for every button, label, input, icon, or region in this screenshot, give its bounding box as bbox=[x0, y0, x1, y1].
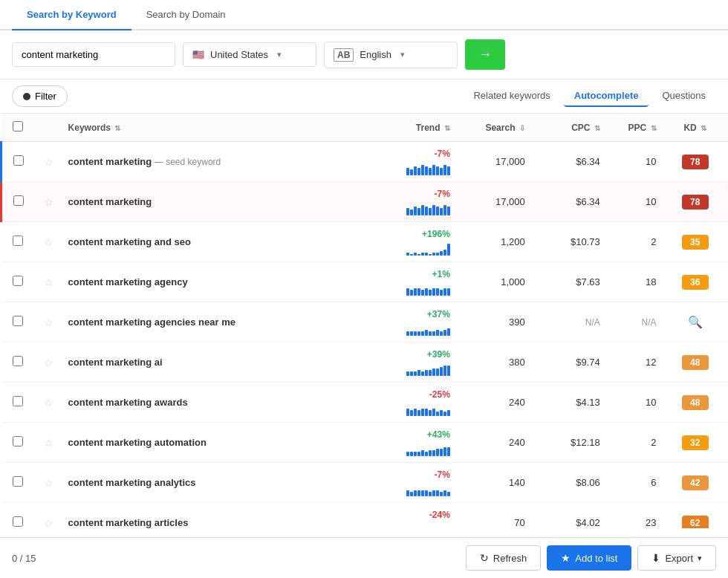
star-icon[interactable]: ☆ bbox=[44, 156, 53, 168]
mini-bar bbox=[417, 288, 420, 296]
search-volume-cell: 240 bbox=[456, 423, 531, 463]
country-selector[interactable]: 🇺🇸 United States ▾ bbox=[183, 42, 316, 67]
header-keywords[interactable]: Keywords ⇅ bbox=[62, 114, 344, 142]
mini-bar bbox=[410, 254, 413, 256]
table-row: ☆content marketing articles-24%70$4.0223… bbox=[1, 503, 729, 529]
search-volume-cell: 1,200 bbox=[456, 222, 531, 262]
tab-search-by-keyword[interactable]: Search by Keyword bbox=[12, 0, 131, 30]
keyword-type-tabs: Related keywords Autocomplete Questions bbox=[463, 85, 716, 107]
mini-bar bbox=[443, 447, 446, 456]
header-trend[interactable]: Trend ⇅ bbox=[343, 114, 456, 142]
keyword-text: content marketing articles bbox=[68, 517, 189, 528]
star-add-icon: ★ bbox=[561, 552, 571, 564]
mini-bar bbox=[417, 370, 420, 376]
trend-value: +43% bbox=[427, 429, 450, 440]
row-checkbox[interactable] bbox=[13, 436, 23, 447]
row-checkbox[interactable] bbox=[13, 236, 23, 246]
tab-search-by-domain[interactable]: Search by Domain bbox=[131, 0, 241, 30]
mini-bar bbox=[406, 371, 409, 376]
refresh-button[interactable]: ↻ Refresh bbox=[466, 545, 542, 571]
keyword-cell: content marketing automation bbox=[62, 423, 344, 463]
keyword-input[interactable] bbox=[12, 42, 175, 67]
header-ppc[interactable]: PPC ⇅ bbox=[606, 114, 663, 142]
mini-chart bbox=[349, 361, 450, 376]
cpc-cell: $6.34 bbox=[531, 142, 606, 182]
header-kd[interactable]: KD ⇅ bbox=[663, 114, 728, 142]
mini-bar bbox=[417, 490, 420, 496]
star-icon[interactable]: ☆ bbox=[44, 517, 53, 529]
mini-bar bbox=[432, 490, 435, 496]
row-checkbox[interactable] bbox=[13, 356, 23, 366]
mini-bar bbox=[443, 165, 446, 175]
star-icon[interactable]: ☆ bbox=[44, 276, 53, 288]
keyword-cell: content marketing and seo bbox=[62, 222, 344, 262]
ppc-value: 10 bbox=[646, 196, 656, 207]
mini-bar bbox=[432, 288, 435, 296]
kd-cell: 32 bbox=[663, 423, 728, 463]
header-cpc[interactable]: CPC ⇅ bbox=[531, 114, 606, 142]
trend-cell: -7% bbox=[343, 142, 456, 182]
export-button[interactable]: ⬇ Export ▾ bbox=[637, 545, 716, 571]
mini-bar bbox=[425, 370, 428, 376]
star-icon[interactable]: ☆ bbox=[44, 316, 53, 328]
star-icon[interactable]: ☆ bbox=[44, 196, 53, 208]
tab-related-keywords[interactable]: Related keywords bbox=[463, 85, 560, 107]
mini-bar bbox=[429, 492, 432, 496]
add-list-label: Add to list bbox=[575, 553, 617, 564]
star-icon[interactable]: ☆ bbox=[44, 236, 53, 248]
mini-bar bbox=[410, 371, 413, 376]
mini-bar bbox=[406, 288, 409, 296]
arrow-right-icon: → bbox=[478, 47, 492, 62]
tab-autocomplete[interactable]: Autocomplete bbox=[564, 85, 649, 107]
row-checkbox[interactable] bbox=[13, 396, 23, 406]
row-checkbox[interactable] bbox=[13, 316, 23, 326]
mini-bar bbox=[417, 168, 420, 175]
bottom-action-buttons: ↻ Refresh ★ Add to list ⬇ Export ▾ bbox=[466, 545, 716, 571]
ppc-cell: 10 bbox=[606, 142, 663, 182]
star-icon[interactable]: ☆ bbox=[44, 437, 53, 449]
cpc-cell: $4.13 bbox=[531, 383, 606, 423]
select-all-checkbox[interactable] bbox=[13, 121, 23, 131]
language-selector[interactable]: AB English ▾ bbox=[324, 42, 458, 68]
add-to-list-button[interactable]: ★ Add to list bbox=[547, 545, 631, 571]
mini-bar bbox=[406, 253, 409, 256]
search-volume-cell: 380 bbox=[456, 342, 531, 383]
mini-bar bbox=[436, 330, 439, 336]
filter-button[interactable]: Filter bbox=[12, 85, 68, 107]
mini-bar bbox=[432, 368, 435, 376]
tab-questions[interactable]: Questions bbox=[651, 85, 716, 107]
mini-bar bbox=[410, 169, 413, 175]
search-button[interactable]: → bbox=[465, 39, 505, 70]
keyword-text: content marketing analytics bbox=[68, 477, 196, 488]
mini-chart bbox=[349, 522, 450, 528]
header-kd-label: KD bbox=[683, 123, 696, 133]
sort-search-icon: ⇩ bbox=[519, 124, 525, 132]
mini-chart bbox=[349, 281, 450, 296]
country-label: United States bbox=[210, 49, 268, 60]
row-checkbox[interactable] bbox=[13, 276, 23, 286]
mini-bar bbox=[443, 366, 446, 376]
cpc-na: N/A bbox=[585, 317, 600, 328]
table-row: ☆content marketing — seed keyword-7%17,0… bbox=[1, 142, 729, 182]
star-icon[interactable]: ☆ bbox=[44, 397, 53, 409]
star-icon[interactable]: ☆ bbox=[44, 477, 53, 489]
sort-kd-icon: ⇅ bbox=[701, 124, 706, 132]
kd-badge: 36 bbox=[682, 275, 709, 290]
search-volume: 240 bbox=[509, 437, 525, 448]
mini-bar bbox=[421, 490, 424, 496]
mini-bar bbox=[417, 452, 420, 456]
header-search[interactable]: Search ⇩ bbox=[456, 114, 531, 142]
mini-bar bbox=[414, 331, 417, 336]
star-icon[interactable]: ☆ bbox=[44, 357, 53, 368]
trend-cell: +39% bbox=[343, 342, 456, 383]
kd-badge: 48 bbox=[682, 395, 709, 410]
keyword-cell: content marketing awards bbox=[62, 383, 344, 423]
ppc-na: N/A bbox=[642, 317, 657, 328]
row-checkbox[interactable] bbox=[13, 476, 23, 487]
row-checkbox[interactable] bbox=[13, 155, 24, 166]
row-checkbox[interactable] bbox=[13, 516, 23, 527]
row-checkbox[interactable] bbox=[13, 195, 24, 206]
search-volume: 240 bbox=[509, 397, 525, 408]
export-label: Export bbox=[665, 553, 693, 564]
mini-bar bbox=[447, 328, 450, 336]
